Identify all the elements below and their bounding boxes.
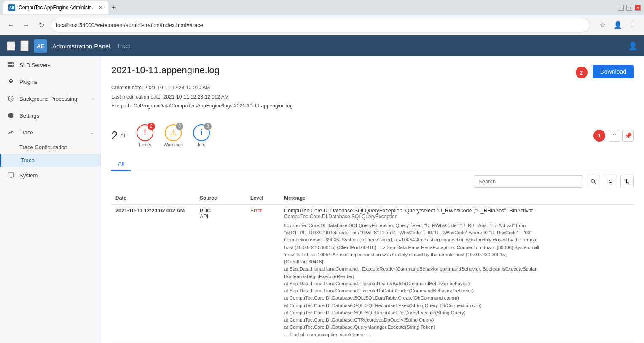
sidebar-item-trace-configuration[interactable]: Trace Configuration bbox=[0, 141, 101, 154]
svg-point-2 bbox=[12, 63, 13, 64]
search-button[interactable] bbox=[587, 175, 600, 188]
message-short: CompuTec.Core.DI.Database.SQLQueryExcept… bbox=[284, 208, 630, 214]
background-icon bbox=[7, 94, 15, 103]
table-header-row: Date Source Level Message bbox=[111, 192, 634, 205]
cell-date: 2021-10-11 12:23:02 002 AM bbox=[111, 205, 196, 341]
new-tab-button[interactable]: + bbox=[112, 3, 116, 12]
file-path: File path: C:\ProgramData\CompuTec\AppEn… bbox=[111, 102, 634, 111]
source-primary: PDC bbox=[200, 208, 242, 214]
bookmark-button[interactable]: ☆ bbox=[597, 19, 609, 31]
warning-badge: 0 bbox=[176, 123, 183, 130]
url-text: localhost:54000/webcontent/administratio… bbox=[56, 22, 203, 28]
search-input[interactable] bbox=[474, 175, 583, 188]
stat-all-count: 2 bbox=[111, 129, 118, 142]
filter-tabs: All bbox=[111, 157, 634, 172]
creation-date: Creation date: 2021-10-11 12:23:10 010 A… bbox=[111, 83, 634, 93]
sidebar-item-sld-servers[interactable]: SLD Servers bbox=[0, 56, 101, 73]
info-label: Info bbox=[198, 142, 205, 147]
trace-icon bbox=[7, 128, 15, 137]
error-badge: 2 bbox=[148, 123, 155, 130]
sidebar-item-background-processing[interactable]: Background Processing › bbox=[0, 90, 101, 107]
cell-level: Error bbox=[246, 205, 280, 341]
main-content: 2021-10-11.appengine.log 2 Download Crea… bbox=[101, 56, 644, 343]
trace-log-label: Trace bbox=[21, 157, 35, 163]
info-icon-circle: i 0 bbox=[193, 124, 210, 141]
trace-chevron: ⌄ bbox=[90, 130, 94, 135]
server-icon bbox=[7, 61, 15, 69]
sort-button[interactable]: ⇅ bbox=[620, 175, 634, 188]
bg-processing-chevron: › bbox=[92, 96, 94, 101]
header-back-button[interactable]: ← bbox=[7, 41, 15, 51]
sidebar-label-bg-processing: Background Processing bbox=[19, 96, 88, 102]
log-filename: 2021-10-11.appengine.log bbox=[111, 65, 220, 76]
message-sub: CompuTec.Core.DI.Database.SQLQueryExcept… bbox=[284, 214, 630, 220]
log-meta: Creation date: 2021-10-11 12:23:10 010 A… bbox=[111, 83, 634, 111]
app-header: ← ☰ AE Administration Panel Trace 👤 bbox=[0, 35, 644, 56]
svg-rect-5 bbox=[8, 173, 14, 177]
stat-all-label: All bbox=[121, 132, 126, 139]
sidebar-item-system[interactable]: System bbox=[0, 167, 101, 184]
log-table: Date Source Level Message 2021-10-11 12:… bbox=[111, 192, 634, 341]
tab-favicon: AE bbox=[8, 4, 15, 11]
svg-point-3 bbox=[12, 65, 13, 66]
app-body: SLD Servers Plugins Background Processin… bbox=[0, 56, 644, 343]
scroll-up-button[interactable]: ⌃ bbox=[609, 130, 620, 142]
source-secondary: API bbox=[200, 214, 242, 220]
stat-info[interactable]: i 0 Info bbox=[193, 124, 210, 147]
sidebar-item-settings[interactable]: Settings bbox=[0, 107, 101, 124]
filter-tab-all[interactable]: All bbox=[111, 157, 131, 172]
svg-point-6 bbox=[591, 179, 595, 182]
sidebar-label-sld-servers: SLD Servers bbox=[19, 62, 94, 68]
badge-1: 1 bbox=[593, 130, 605, 142]
message-detail: CompuTec.Core.DI.Database.SQLQueryExcept… bbox=[284, 222, 630, 338]
app-container: ← ☰ AE Administration Panel Trace 👤 SLD … bbox=[0, 35, 644, 343]
tab-close-button[interactable]: ✕ bbox=[98, 4, 103, 11]
app-logo: AE bbox=[34, 39, 47, 53]
sidebar: SLD Servers Plugins Background Processin… bbox=[0, 56, 101, 343]
maximize-button[interactable]: □ bbox=[626, 5, 632, 11]
info-badge: 0 bbox=[204, 123, 212, 130]
stat-all-container[interactable]: 2 All bbox=[111, 129, 126, 142]
reload-button[interactable]: ↻ bbox=[35, 19, 47, 31]
sidebar-item-plugins[interactable]: Plugins bbox=[0, 73, 101, 90]
download-button[interactable]: Download bbox=[593, 65, 634, 78]
trace-configuration-label: Trace Configuration bbox=[19, 144, 67, 150]
header-user-icon[interactable]: 👤 bbox=[628, 41, 637, 51]
refresh-button[interactable]: ↻ bbox=[604, 175, 617, 188]
sidebar-item-trace[interactable]: Trace ⌄ bbox=[0, 124, 101, 141]
svg-line-7 bbox=[594, 182, 596, 184]
col-header-message: Message bbox=[280, 192, 634, 205]
tab-title: CompuTec AppEngine Administr... bbox=[19, 5, 95, 11]
back-button[interactable]: ← bbox=[5, 19, 17, 31]
profile-button[interactable]: 👤 bbox=[612, 19, 624, 31]
warnings-label: Warnings bbox=[164, 142, 183, 147]
col-header-date: Date bbox=[111, 192, 196, 205]
sidebar-label-settings: Settings bbox=[19, 113, 94, 119]
badge-2: 2 bbox=[576, 67, 588, 78]
sidebar-label-system: System bbox=[19, 172, 94, 179]
header-title: Administration Panel bbox=[52, 43, 110, 50]
forward-button[interactable]: → bbox=[20, 19, 32, 31]
address-bar[interactable]: localhost:54000/webcontent/administratio… bbox=[51, 19, 590, 32]
sidebar-label-plugins: Plugins bbox=[19, 79, 94, 85]
stats-row: 2 All ! 2 Errors bbox=[111, 124, 210, 147]
more-button[interactable]: ⋮ bbox=[627, 19, 639, 31]
pin-button[interactable]: 📌 bbox=[622, 130, 634, 142]
minimize-button[interactable]: — bbox=[618, 5, 624, 11]
cell-message: CompuTec.Core.DI.Database.SQLQueryExcept… bbox=[280, 205, 634, 341]
search-bar: ↻ ⇅ bbox=[111, 175, 634, 188]
settings-icon bbox=[7, 111, 15, 120]
stat-warnings[interactable]: ⚠ 0 Warnings bbox=[164, 124, 183, 147]
system-icon bbox=[7, 171, 15, 180]
close-button[interactable]: ✕ bbox=[635, 5, 641, 11]
error-icon-circle: ! 2 bbox=[137, 124, 153, 141]
header-menu-button[interactable]: ☰ bbox=[20, 40, 29, 51]
table-row[interactable]: 2021-10-11 12:23:02 002 AM PDC API Error… bbox=[111, 205, 634, 341]
browser-titlebar: AE CompuTec AppEngine Administr... ✕ + —… bbox=[0, 0, 644, 15]
sidebar-item-trace-log[interactable]: Trace bbox=[0, 154, 101, 167]
stat-errors[interactable]: ! 2 Errors bbox=[137, 124, 153, 147]
warning-icon-circle: ⚠ 0 bbox=[165, 124, 182, 141]
cell-source: PDC API bbox=[196, 205, 246, 341]
header-breadcrumb: Trace bbox=[117, 43, 132, 49]
browser-tab[interactable]: AE CompuTec AppEngine Administr... ✕ bbox=[3, 1, 108, 14]
